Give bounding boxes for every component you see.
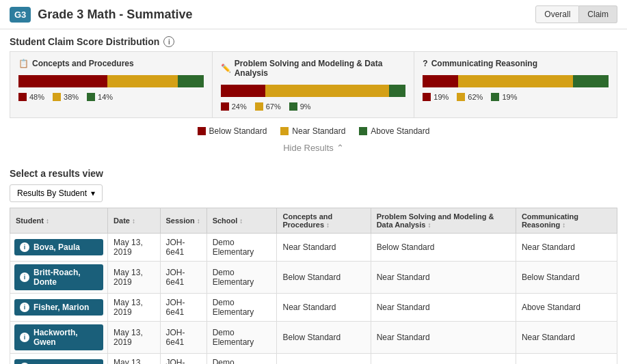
table-cell-concepts: Below Standard [277,354,371,365]
legend-item: 9% [289,102,311,111]
bar-segment [389,85,405,97]
table-cell-session: JOH-6e41 [160,234,206,262]
table-cell-session: JOH-6e41 [160,262,206,294]
student-info-icon[interactable]: i [20,242,29,252]
table-cell-session: JOH-6e41 [160,354,206,365]
header-bar: G3 Grade 3 Math - Summative Overall Clai… [0,0,627,29]
table-cell-school: Demo Elementary [206,294,277,322]
distribution-grid: 📋Concepts and Procedures48%38%14%✏️Probl… [10,51,617,118]
sort-icon: ↕ [132,217,135,225]
table-row: iFisher, MarionMay 13, 2019JOH-6e41Demo … [10,294,617,322]
table-cell-date: May 13, 2019 [108,354,160,365]
student-cell: iBova, Paula [10,234,108,262]
table-cell-communicating: Below Standard [516,354,617,365]
results-view-label: Select a results view [10,168,617,179]
table-cell-problem_solving: Near Standard [371,322,516,354]
student-info-icon[interactable]: i [20,272,29,282]
legend-item: 67% [255,102,281,111]
table-cell-communicating: Near Standard [516,234,617,262]
above-dot [359,127,367,135]
bar-legend: 24%67%9% [221,102,406,111]
sort-icon: ↕ [46,217,49,225]
table-header-date[interactable]: Date ↕ [108,208,160,234]
table-cell-concepts: Below Standard [277,322,371,354]
table-header-school[interactable]: School ↕ [206,208,277,234]
sort-icon: ↕ [326,221,330,229]
bar-segment [107,75,178,87]
legend-item: 24% [221,102,247,111]
table-header-communicating[interactable]: Communicating Reasoning ↕ [516,208,617,234]
legend-dot [423,93,431,101]
student-name-container[interactable]: iBritt-Roach, Donte [14,264,103,290]
student-info-icon[interactable]: i [20,303,29,312]
below-label: Below Standard [209,126,267,136]
table-header-student[interactable]: Student ↕ [10,208,108,234]
legend-dot [18,93,27,101]
table-row: iBritt-Roach, DonteMay 13, 2019JOH-6e41D… [10,262,617,294]
legend-dot [87,93,95,101]
legend-item: 38% [53,93,79,101]
legend-pct: 62% [468,93,483,101]
bar-container [18,75,204,87]
student-cell: iBritt-Roach, Donte [10,262,108,294]
distribution-cell: ?Communicating Reasoning19%62%19% [414,52,617,117]
bar-segment [458,75,573,87]
dropdown-label: Results By Student [17,188,87,198]
dist-title-text: Communicating Reasoning [431,59,537,68]
legend-dot [255,102,263,111]
results-by-student-dropdown[interactable]: Results By Student ▾ [10,184,103,202]
overall-button[interactable]: Overall [535,5,579,23]
table-cell-concepts: Near Standard [277,294,371,322]
info-icon[interactable]: i [163,36,174,47]
student-name: Britt-Roach, Donte [34,268,98,287]
above-label: Above Standard [371,126,429,136]
dist-icon: ? [423,59,427,68]
student-name-container[interactable]: iBova, Paula [14,239,103,255]
table-cell-session: JOH-6e41 [160,294,206,322]
student-name: Bova, Paula [34,242,80,252]
student-name-container[interactable]: iHackworth, Gwen [14,324,103,350]
table-cell-date: May 13, 2019 [108,234,160,262]
bar-segment [221,85,265,97]
sort-icon: ↕ [427,221,431,229]
chevron-down-icon: ▾ [91,188,95,198]
legend-pct: 38% [64,93,79,101]
table-cell-problem_solving: Near Standard [371,294,516,322]
table-cell-problem_solving: Near Standard [371,262,516,294]
bar-segment [423,75,458,87]
header-left: G3 Grade 3 Math - Summative [10,7,192,23]
bar-container [423,75,609,87]
hide-results-button[interactable]: Hide Results ⌃ [0,140,627,161]
student-name-container[interactable]: iJohnson, Jeff [14,359,103,364]
legend-item: 14% [87,93,113,101]
legend-dot [289,102,297,111]
student-info-icon[interactable]: i [20,333,29,342]
grade-badge: G3 [10,7,31,23]
global-legend: Below Standard Near Standard Above Stand… [0,118,627,140]
table-header-concepts[interactable]: Concepts and Procedures ↕ [277,208,371,234]
table-cell-concepts: Near Standard [277,234,371,262]
table-cell-date: May 13, 2019 [108,262,160,294]
dist-title-text: Problem Solving and Modeling & Data Anal… [235,59,406,78]
legend-pct: 14% [98,93,113,101]
legend-pct: 48% [29,93,44,101]
table-header-session[interactable]: Session ↕ [160,208,206,234]
legend-dot [53,93,61,101]
legend-item: 19% [423,93,449,101]
student-cell: iJohnson, Jeff [10,354,108,365]
dist-cell-title: ?Communicating Reasoning [423,59,609,68]
dist-icon: 📋 [18,59,29,68]
hide-results-label: Hide Results [283,143,334,153]
legend-pct: 9% [300,102,311,111]
student-cell: iHackworth, Gwen [10,322,108,354]
chevron-up-icon: ⌃ [336,143,344,153]
sort-icon: ↕ [562,221,565,229]
table-cell-communicating: Near Standard [516,322,617,354]
claim-button[interactable]: Claim [579,5,617,23]
table-header-problem_solving[interactable]: Problem Solving and Modeling & Data Anal… [371,208,516,234]
table-row: iJohnson, JeffMay 13, 2019JOH-6e41Demo E… [10,354,617,365]
bar-legend: 19%62%19% [423,93,609,101]
table-cell-communicating: Above Standard [516,294,617,322]
table-wrapper: Student ↕Date ↕Session ↕School ↕Concepts… [10,208,617,364]
student-name-container[interactable]: iFisher, Marion [14,299,103,316]
